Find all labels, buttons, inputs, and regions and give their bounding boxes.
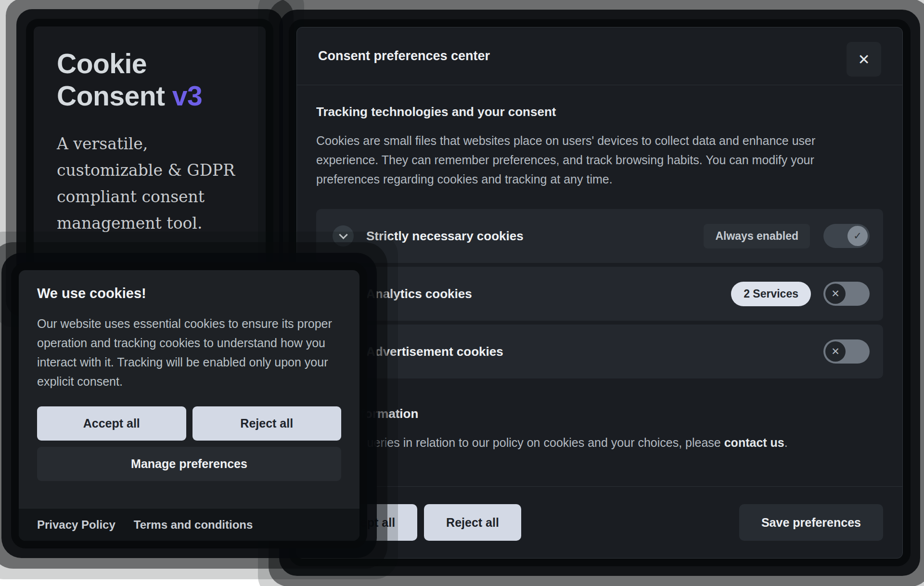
cookie-category-list: Strictly necessary cookies Always enable…	[316, 209, 883, 378]
hero-version-label: v3	[172, 80, 202, 111]
hero-title-text: Cookie Consent	[57, 48, 165, 111]
tracking-section-heading: Tracking technologies and your consent	[316, 104, 883, 119]
category-row-advertisement: Advertisement cookies ✕	[316, 325, 883, 378]
banner-footer: Privacy Policy Terms and conditions	[19, 508, 359, 541]
category-label: Strictly necessary cookies	[366, 229, 524, 244]
always-enabled-badge: Always enabled	[704, 224, 810, 248]
toggle-check-icon: ✓	[847, 226, 868, 246]
expand-strictly-necessary-button[interactable]	[333, 225, 354, 247]
hero-title: Cookie Consent v3	[57, 48, 220, 112]
toggle-analytics[interactable]: ✕	[823, 282, 870, 306]
toggle-advertisement[interactable]: ✕	[823, 339, 870, 364]
chevron-down-icon	[339, 230, 347, 239]
category-label: Advertisement cookies	[366, 344, 503, 359]
more-information-text-prefix: For any queries in relation to our polic…	[316, 436, 724, 449]
category-label: Analytics cookies	[366, 286, 472, 301]
contact-us-link[interactable]: contact us	[724, 436, 784, 449]
close-icon: ✕	[858, 51, 870, 68]
toggle-cross-icon: ✕	[825, 341, 846, 362]
terms-and-conditions-link[interactable]: Terms and conditions	[134, 518, 253, 532]
close-button[interactable]: ✕	[847, 42, 881, 77]
consent-preferences-modal: Consent preferences center ✕ Tracking te…	[296, 27, 903, 559]
category-row-analytics: Analytics cookies 2 Services ✕	[316, 267, 883, 321]
more-information-text: For any queries in relation to our polic…	[316, 433, 872, 452]
banner-heading: We use cookies!	[37, 286, 341, 301]
save-preferences-button[interactable]: Save preferences	[739, 504, 883, 541]
more-information-heading: More information	[316, 406, 883, 421]
modal-reject-all-button[interactable]: Reject all	[424, 504, 521, 541]
hero-description: A versatile, customizable & GDPR complia…	[57, 131, 245, 236]
banner-button-row: Accept all Reject all	[37, 406, 341, 441]
modal-footer: Accept all Reject all Save preferences	[297, 486, 902, 558]
toggle-cross-icon: ✕	[825, 284, 846, 304]
hero-card: Cookie Consent v3 A versatile, customiza…	[34, 26, 266, 289]
modal-header: Consent preferences center ✕	[297, 27, 902, 85]
modal-title: Consent preferences center	[318, 49, 881, 64]
banner-text: Our website uses essential cookies to en…	[37, 314, 341, 391]
cookie-banner: We use cookies! Our website uses essenti…	[19, 270, 359, 541]
services-count-badge[interactable]: 2 Services	[731, 282, 811, 306]
manage-preferences-button[interactable]: Manage preferences	[37, 447, 341, 481]
more-information-text-suffix: .	[784, 436, 788, 449]
banner-reject-all-button[interactable]: Reject all	[192, 406, 342, 441]
banner-main: We use cookies! Our website uses essenti…	[19, 270, 359, 481]
privacy-policy-link[interactable]: Privacy Policy	[37, 518, 116, 532]
tracking-section-text: Cookies are small files that websites pl…	[316, 131, 872, 189]
banner-accept-all-button[interactable]: Accept all	[37, 406, 186, 441]
toggle-strictly-necessary[interactable]: ✓	[823, 224, 870, 248]
modal-body: Tracking technologies and your consent C…	[297, 85, 902, 486]
category-row-strictly-necessary: Strictly necessary cookies Always enable…	[316, 209, 883, 263]
more-information-section: More information For any queries in rela…	[316, 406, 883, 452]
